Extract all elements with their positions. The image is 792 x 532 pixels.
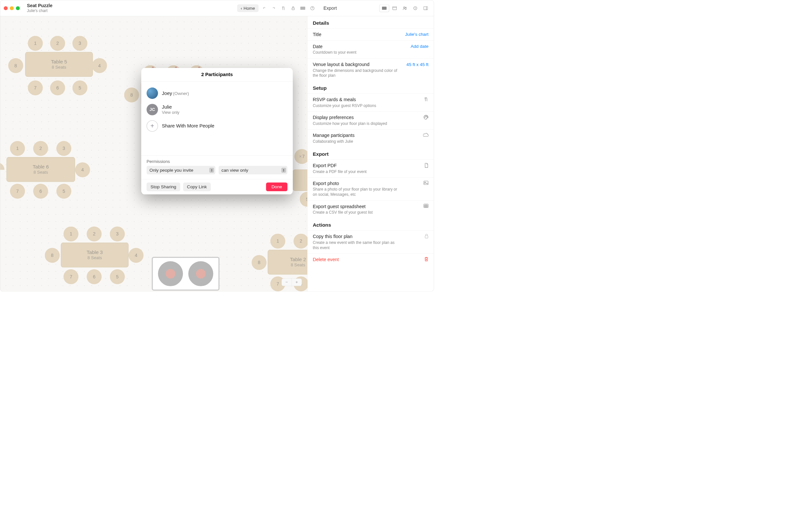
participant-permission: View only: [162, 110, 180, 115]
participants-modal: 2 Participants Joey (Owner) JC Julie Vie…: [141, 68, 293, 194]
copy-link-button[interactable]: Copy Link: [183, 183, 211, 191]
share-more-row[interactable]: + Share With More People: [146, 118, 287, 134]
avatar: JC: [146, 104, 158, 115]
plus-icon: +: [146, 120, 158, 132]
share-more-label: Share With More People: [162, 123, 215, 129]
participant-role: (Owner): [173, 91, 189, 96]
permissions-label: Permissions: [146, 159, 287, 164]
participant-name: Julie: [162, 104, 180, 110]
participant-name: Joey: [162, 90, 172, 96]
stop-sharing-button[interactable]: Stop Sharing: [146, 183, 180, 191]
stepper-icon: [209, 168, 214, 172]
avatar: [146, 88, 158, 99]
modal-backdrop: 2 Participants Joey (Owner) JC Julie Vie…: [0, 0, 434, 291]
permission-level-select[interactable]: can view only: [219, 166, 288, 175]
stepper-icon: [281, 168, 286, 172]
participant-row[interactable]: Joey (Owner): [146, 85, 287, 101]
participant-row[interactable]: JC Julie View only: [146, 101, 287, 118]
permission-who-select[interactable]: Only people you invite: [146, 166, 216, 175]
done-button[interactable]: Done: [266, 183, 288, 191]
modal-title: 2 Participants: [141, 68, 293, 82]
